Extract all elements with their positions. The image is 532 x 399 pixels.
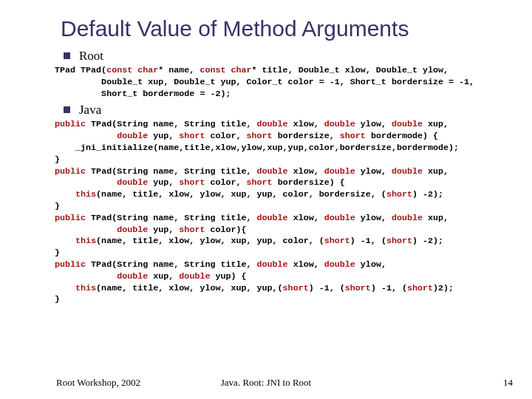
code-text: TPad(String name, String title, bbox=[86, 119, 256, 129]
code-text: Short_t bordermode = -2); bbox=[55, 89, 231, 99]
code-keyword: short bbox=[283, 283, 309, 293]
code-keyword: double bbox=[117, 271, 148, 282]
code-text: )2); bbox=[433, 283, 454, 293]
code-keyword: short bbox=[179, 225, 205, 235]
code-keyword: double bbox=[257, 259, 288, 270]
code-keyword: double bbox=[324, 166, 355, 177]
code-keyword: double bbox=[179, 271, 210, 282]
section-java: Java bbox=[64, 103, 519, 117]
code-keyword: short bbox=[407, 283, 433, 293]
code-text: bordersize) { bbox=[273, 177, 345, 188]
code-keyword: double bbox=[324, 213, 355, 223]
code-keyword: short bbox=[324, 236, 350, 246]
code-keyword: short bbox=[247, 177, 273, 188]
code-keyword: public bbox=[55, 166, 86, 177]
code-text: } bbox=[55, 154, 60, 165]
code-keyword: double bbox=[324, 259, 355, 270]
code-text: xlow, bbox=[288, 166, 324, 177]
code-keyword: double bbox=[117, 131, 148, 141]
code-text: Double_t xup, Double_t yup, Color_t colo… bbox=[55, 77, 474, 87]
slide-title: Default Value of Method Arguments bbox=[61, 16, 519, 41]
code-text: (name, title, xlow, ylow, xup, yup, colo… bbox=[96, 236, 324, 246]
code-text: ) -1, ( bbox=[309, 283, 345, 293]
code-keyword: double bbox=[392, 213, 423, 223]
code-keyword: double bbox=[257, 119, 288, 129]
code-text: xup, bbox=[148, 271, 179, 282]
bullet-icon bbox=[64, 52, 70, 59]
code-keyword: short bbox=[179, 177, 205, 188]
code-keyword: double bbox=[117, 225, 148, 235]
code-text: ) -2); bbox=[412, 236, 443, 246]
code-text: * name, bbox=[158, 65, 200, 75]
code-text: color, bbox=[205, 177, 246, 188]
code-keyword: short bbox=[340, 131, 366, 141]
code-text: } bbox=[55, 294, 60, 304]
section-java-label: Java bbox=[79, 103, 101, 117]
code-text: * title, Double_t xlow, Double_t ylow, bbox=[252, 65, 449, 75]
code-text: color, bbox=[205, 131, 246, 141]
code-text: ylow, bbox=[355, 213, 392, 223]
code-keyword: public bbox=[55, 119, 86, 129]
code-text bbox=[55, 177, 117, 188]
code-text: ylow, bbox=[355, 259, 386, 270]
code-text: ) -2); bbox=[412, 189, 443, 200]
code-text: ylow, bbox=[355, 166, 392, 177]
code-text: yup) { bbox=[210, 271, 246, 282]
code-text: bordersize, bbox=[273, 131, 340, 141]
code-keyword: public bbox=[55, 259, 86, 270]
code-keyword: double bbox=[324, 119, 355, 129]
code-text: (name, title, xlow, ylow, xup, yup, colo… bbox=[96, 189, 386, 200]
code-text: TPad(String name, String title, bbox=[86, 166, 256, 177]
code-keyword: this bbox=[55, 236, 96, 246]
code-text: xlow, bbox=[288, 259, 324, 270]
code-keyword: double bbox=[392, 166, 423, 177]
code-keyword: short bbox=[179, 131, 205, 141]
bullet-icon bbox=[64, 106, 70, 113]
footer-page-number: 14 bbox=[503, 377, 513, 389]
code-text: xlow, bbox=[288, 213, 324, 223]
java-code-block: public TPad(String name, String title, d… bbox=[55, 119, 519, 306]
code-text: TPad(String name, String title, bbox=[86, 259, 256, 270]
code-keyword: const char bbox=[200, 65, 251, 75]
code-keyword: double bbox=[257, 166, 288, 177]
code-text: } bbox=[55, 201, 60, 211]
code-text: yup, bbox=[148, 131, 179, 141]
code-text: xup, bbox=[423, 166, 449, 177]
code-keyword: this bbox=[55, 189, 96, 200]
code-text: bordermode) { bbox=[366, 131, 438, 141]
code-text bbox=[55, 225, 117, 235]
code-keyword: const char bbox=[106, 65, 158, 75]
code-keyword: short bbox=[386, 236, 412, 246]
code-text bbox=[55, 131, 117, 141]
code-text: TPad(String name, String title, bbox=[86, 213, 256, 223]
code-text: ) -1, ( bbox=[371, 283, 407, 293]
code-keyword: this bbox=[55, 283, 96, 293]
footer-center: Java. Root: JNI to Root bbox=[0, 377, 532, 389]
code-keyword: short bbox=[386, 189, 412, 200]
code-keyword: short bbox=[247, 131, 273, 141]
code-text: TPad TPad( bbox=[55, 65, 106, 75]
code-keyword: double bbox=[117, 177, 148, 188]
code-text: xup, bbox=[423, 119, 449, 129]
code-text: ylow, bbox=[355, 119, 392, 129]
section-root: Root bbox=[64, 49, 519, 64]
code-keyword: double bbox=[257, 213, 288, 223]
code-text: yup, bbox=[148, 177, 179, 188]
code-text: ) -1, ( bbox=[350, 236, 386, 246]
code-keyword: public bbox=[55, 213, 86, 223]
slide: Default Value of Method Arguments Root T… bbox=[0, 0, 532, 306]
code-keyword: double bbox=[392, 119, 423, 129]
code-text: color){ bbox=[205, 225, 246, 235]
code-text: xlow, bbox=[288, 119, 324, 129]
code-text: (name, title, xlow, ylow, xup, yup,( bbox=[96, 283, 283, 293]
code-text: } bbox=[55, 248, 60, 258]
section-root-label: Root bbox=[79, 49, 103, 63]
code-text: xup, bbox=[423, 213, 449, 223]
code-text bbox=[55, 271, 117, 282]
code-keyword: short bbox=[345, 283, 371, 293]
code-text: yup, bbox=[148, 225, 179, 235]
root-code-block: TPad TPad(const char* name, const char* … bbox=[55, 65, 519, 100]
code-text: _jni_initialize(name,title,xlow,ylow,xup… bbox=[55, 143, 459, 153]
